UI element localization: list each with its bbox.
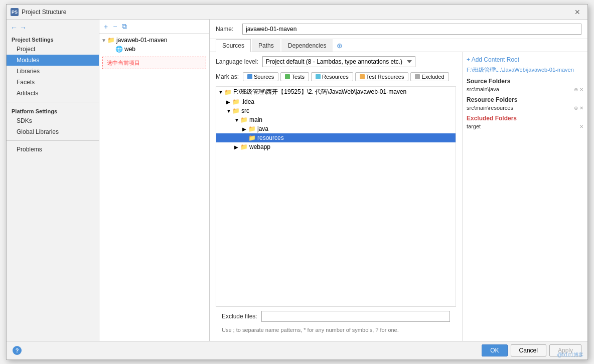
exclude-files-label: Exclude files: [222, 313, 257, 320]
ftree-resources-label: resources [257, 134, 284, 141]
dialog-icon: PS [11, 8, 19, 16]
mark-resources-button[interactable]: Resources [311, 72, 353, 81]
ftree-idea[interactable]: ▶ 📁 .idea [216, 97, 456, 106]
bottom-bar: ? OK Cancel Apply [7, 341, 587, 359]
tree-web-node[interactable]: 🌐 web [99, 45, 209, 54]
web-folder-icon: 🌐 [115, 46, 123, 53]
resource-folder-item: src\main\resources ⊕ ✕ [467, 105, 583, 111]
sidebar-item-sdks[interactable]: SDKs [7, 115, 99, 126]
close-button[interactable]: ✕ [571, 7, 583, 17]
cancel-button[interactable]: Cancel [511, 344, 546, 356]
excluded-folders-title: Excluded Folders [467, 115, 583, 122]
exclude-files-input[interactable] [261, 311, 450, 322]
help-button[interactable]: ? [13, 346, 22, 355]
name-input[interactable] [242, 24, 581, 35]
ftree-webapp-label: webapp [249, 143, 270, 150]
tab-add-button[interactable]: ⊕ [334, 40, 346, 51]
tree-web-label: web [124, 46, 135, 53]
language-level-label: Language level: [216, 58, 258, 65]
tab-paths[interactable]: Paths [252, 39, 280, 52]
tree-panel: + − ⧉ ▼ 📁 javaweb-01-maven 🌐 web 选中当前项目 [99, 20, 210, 341]
excluded-folder-path: target [467, 123, 481, 129]
resources-dot [316, 74, 321, 79]
annotation-box: 选中当前项目 [102, 57, 206, 69]
content-area: Language level: Project default (8 - Lam… [210, 52, 587, 341]
ftree-webapp[interactable]: ▶ 📁 webapp [216, 142, 456, 151]
exclude-hint: Use ; to separate name patterns, * for a… [216, 326, 456, 337]
test-resources-dot [360, 74, 365, 79]
name-label: Name: [216, 26, 238, 33]
ftree-main-label: main [249, 116, 262, 123]
back-button[interactable]: ← [11, 24, 18, 32]
root-folder-icon: 📁 [224, 89, 232, 96]
sidebar-item-facets[interactable]: Facets [7, 77, 99, 88]
ftree-src[interactable]: ▼ 📁 src [216, 106, 456, 115]
right-panel: Name: Sources Paths Dependencies ⊕ [210, 20, 587, 341]
sources-dot [247, 74, 252, 79]
remove-module-button[interactable]: − [111, 22, 118, 31]
ftree-resources[interactable]: 📁 resources [216, 133, 456, 142]
left-content: Language level: Project default (8 - Lam… [210, 52, 462, 341]
sidebar: ← → Project Settings Project Modules Lib… [7, 20, 99, 341]
ftree-src-label: src [241, 107, 249, 114]
src-folder-icon: 📁 [232, 107, 240, 114]
title-bar-left: PS Project Structure [11, 8, 66, 16]
sidebar-item-libraries[interactable]: Libraries [7, 66, 99, 77]
exclude-files-row: Exclude files: [216, 306, 456, 326]
mark-sources-button[interactable]: Sources [243, 72, 278, 81]
copy-module-button[interactable]: ⧉ [120, 22, 128, 31]
language-level-select[interactable]: Project default (8 - Lambdas, type annot… [262, 56, 415, 67]
dialog-body: ← → Project Settings Project Modules Lib… [7, 20, 587, 341]
tree-root-node[interactable]: ▼ 📁 javaweb-01-maven [99, 36, 209, 45]
mark-tests-button[interactable]: Tests [280, 72, 309, 81]
ftree-main[interactable]: ▼ 📁 main [216, 115, 456, 124]
forward-button[interactable]: → [20, 24, 27, 32]
ftree-root[interactable]: ▼ 📁 F:\班级管理\西开【19525】\2. 代码\JavaWeb\java… [216, 87, 456, 97]
tree-root-label: javaweb-01-maven [116, 37, 167, 44]
main-folder-icon: 📁 [240, 116, 248, 123]
language-level-row: Language level: Project default (8 - Lam… [216, 56, 456, 67]
ftree-java[interactable]: ▶ 📁 java [216, 124, 456, 133]
content-root-path: F:\班级管理\...\JavaWeb\javaweb-01-maven [467, 66, 583, 74]
resource-folder-icons: ⊕ ✕ [574, 105, 583, 111]
sidebar-item-problems[interactable]: Problems [7, 144, 99, 155]
platform-settings-label: Platform Settings [7, 105, 99, 115]
project-settings-label: Project Settings [7, 34, 99, 44]
mark-excluded-button[interactable]: Excluded [410, 72, 449, 81]
nav-arrows: ← → [7, 22, 99, 34]
annotation-text: 选中当前项目 [107, 60, 140, 66]
sidebar-divider [7, 102, 99, 102]
module-tree: ▼ 📁 javaweb-01-maven 🌐 web 选中当前项目 [99, 34, 209, 341]
source-folder-icons: ⊕ ✕ [574, 87, 583, 92]
java-folder-icon: 📁 [248, 125, 256, 132]
tab-sources[interactable]: Sources [216, 39, 251, 52]
file-tree: ▼ 📁 F:\班级管理\西开【19525】\2. 代码\JavaWeb\java… [216, 86, 456, 306]
source-folder-item: src\main\java ⊕ ✕ [467, 86, 583, 92]
mark-as-row: Mark as: Sources Tests Resources [216, 72, 456, 81]
sidebar-item-modules[interactable]: Modules [7, 55, 99, 66]
module-folder-icon: 📁 [107, 37, 115, 44]
ftree-idea-label: .idea [241, 98, 254, 105]
mark-test-resources-button[interactable]: Test Resources [355, 72, 409, 81]
tab-dependencies[interactable]: Dependencies [281, 39, 333, 52]
resources-folder-icon: 📁 [248, 134, 256, 141]
tree-toolbar: + − ⧉ [99, 20, 209, 34]
tabs-row: Sources Paths Dependencies ⊕ [210, 39, 587, 52]
idea-folder-icon: 📁 [232, 98, 240, 105]
excluded-folder-item: target ✕ [467, 123, 583, 129]
ok-button[interactable]: OK [482, 344, 507, 356]
resource-folder-path: src\main\resources [467, 105, 513, 111]
dialog-title: Project Structure [22, 9, 66, 16]
sidebar-item-global-libraries[interactable]: Global Libraries [7, 126, 99, 137]
name-row: Name: [210, 20, 587, 39]
ftree-java-label: java [257, 125, 268, 132]
excluded-folder-icons: ✕ [579, 124, 583, 129]
webapp-folder-icon: 📁 [240, 143, 248, 150]
sidebar-item-artifacts[interactable]: Artifacts [7, 88, 99, 99]
sidebar-divider-2 [7, 140, 99, 141]
sidebar-item-project[interactable]: Project [7, 44, 99, 55]
add-module-button[interactable]: + [102, 22, 109, 31]
add-content-root-link[interactable]: + Add Content Root [467, 56, 583, 63]
source-folders-title: Source Folders [467, 78, 583, 85]
tree-toggle-root: ▼ [101, 38, 107, 43]
